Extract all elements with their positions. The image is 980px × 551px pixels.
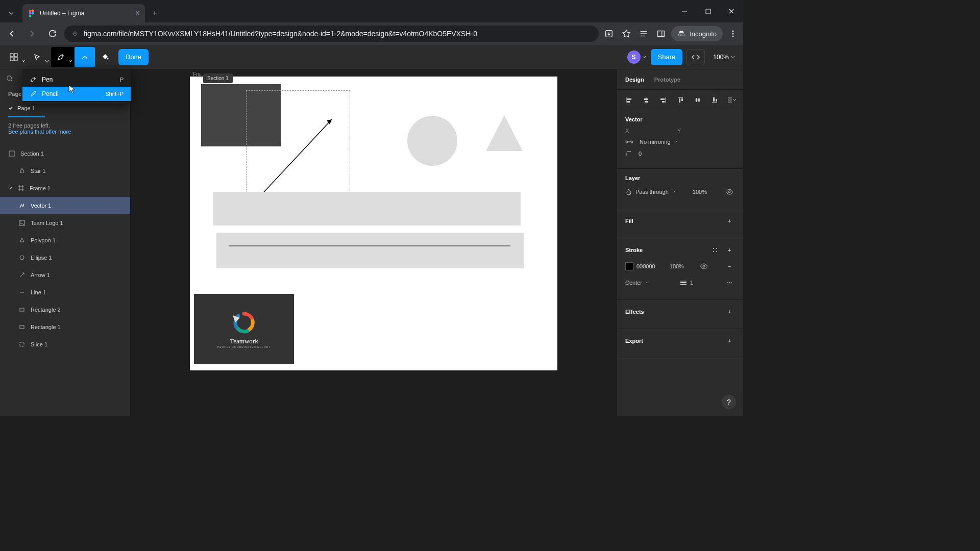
window-close-button[interactable] — [720, 0, 743, 22]
line-icon — [18, 289, 26, 296]
pen-tool-button[interactable] — [51, 47, 75, 67]
help-button[interactable]: ? — [722, 395, 736, 409]
align-vcenter-icon[interactable] — [692, 94, 703, 106]
teamwork-subtext: PEOPLE COORDINATED EFFORT — [217, 345, 271, 348]
zoom-control[interactable]: 100% — [709, 54, 739, 61]
browser-tab[interactable]: Untitled – Figma × — [22, 4, 145, 22]
user-avatar[interactable]: S — [627, 51, 641, 64]
layer-name: Slice 1 — [31, 341, 47, 347]
add-fill-button[interactable]: + — [724, 215, 735, 227]
distribute-icon[interactable] — [726, 94, 737, 106]
align-top-icon[interactable] — [675, 94, 686, 106]
corner-radius-icon — [625, 150, 632, 157]
pencil-tool-item[interactable]: Pencil Shift+P — [22, 87, 131, 101]
team-logo-image[interactable]: Teamwork PEOPLE COORDINATED EFFORT — [194, 294, 294, 364]
pencil-label: Pencil — [42, 90, 59, 97]
align-left-icon[interactable] — [623, 94, 634, 106]
svg-rect-39 — [20, 342, 24, 346]
layer-name: Vector 1 — [31, 203, 51, 209]
minimize-button[interactable] — [673, 0, 696, 22]
add-export-button[interactable]: + — [724, 335, 735, 346]
align-right-icon[interactable] — [657, 94, 669, 106]
blend-value: Pass through — [635, 189, 669, 195]
bend-tool-button[interactable] — [75, 47, 95, 67]
move-tool-button[interactable] — [28, 47, 51, 67]
layer-row[interactable]: Ellipse 1 — [0, 249, 130, 266]
layer-row[interactable]: Team Logo 1 — [0, 214, 130, 232]
polygon-shape[interactable] — [486, 115, 523, 151]
incognito-badge[interactable]: Incognito — [671, 26, 723, 41]
stroke-align-select[interactable]: Center — [625, 280, 649, 286]
see-plans-link[interactable]: See plans that offer more — [8, 129, 71, 135]
pen-icon — [30, 76, 37, 83]
corner-value[interactable]: 0 — [639, 151, 642, 157]
add-effect-button[interactable]: + — [724, 306, 735, 317]
reload-button[interactable] — [44, 25, 61, 42]
pen-tool-item[interactable]: Pen P — [22, 72, 131, 87]
back-button[interactable] — [3, 25, 20, 42]
layer-row[interactable]: Section 1 — [0, 145, 130, 162]
stroke-weight-icon — [680, 280, 687, 285]
search-icon — [6, 75, 13, 82]
done-button[interactable]: Done — [118, 49, 149, 65]
layer-row[interactable]: Vector 1 — [0, 197, 130, 214]
inspector-tabs: Design Prototype — [617, 69, 743, 90]
install-app-icon[interactable] — [602, 27, 616, 41]
layer-row[interactable]: Slice 1 — [0, 336, 130, 353]
layer-row[interactable]: Polygon 1 — [0, 232, 130, 249]
rectangle-2-shape[interactable] — [213, 192, 521, 226]
tab-search-button[interactable] — [2, 4, 20, 22]
forward-button[interactable] — [23, 25, 41, 42]
rectangle-1-shape[interactable] — [216, 233, 524, 268]
remove-stroke-button[interactable]: − — [724, 261, 735, 272]
layer-row[interactable]: Rectangle 1 — [0, 318, 130, 336]
ellipse-shape[interactable] — [407, 116, 457, 166]
svg-point-66 — [728, 191, 730, 193]
stroke-visibility-toggle[interactable] — [698, 261, 709, 272]
mirroring-select[interactable]: No mirroring — [640, 139, 678, 145]
layer-opacity[interactable]: 100% — [693, 189, 707, 195]
address-bar[interactable]: figma.com/file/nMSTY1OKvvXSMLY18HsH41/Un… — [64, 26, 599, 42]
stroke-style-button[interactable] — [709, 244, 721, 256]
maximize-button[interactable] — [696, 0, 720, 22]
mirroring-icon — [625, 139, 633, 144]
align-bottom-icon[interactable] — [709, 94, 720, 106]
chevron-down-icon[interactable] — [642, 55, 647, 60]
layer-section: Layer Pass through 100% — [617, 169, 743, 209]
arrow-shape[interactable] — [256, 115, 338, 200]
layer-row[interactable]: Line 1 — [0, 284, 130, 301]
paint-bucket-button[interactable] — [95, 47, 115, 67]
bookmark-icon[interactable] — [619, 27, 633, 41]
side-panel-icon[interactable] — [654, 27, 668, 41]
add-stroke-button[interactable]: + — [724, 244, 735, 256]
browser-menu-button[interactable] — [726, 27, 740, 41]
stroke-color-swatch[interactable] — [625, 262, 633, 270]
svg-rect-21 — [10, 58, 13, 61]
layer-row[interactable]: Arrow 1 — [0, 266, 130, 284]
incognito-icon — [677, 30, 685, 38]
layer-row[interactable]: Rectangle 2 — [0, 301, 130, 318]
align-hcenter-icon[interactable] — [641, 94, 652, 106]
share-button[interactable]: Share — [651, 49, 683, 65]
export-section: Export + — [617, 329, 743, 358]
tab-design[interactable]: Design — [625, 77, 644, 83]
canvas[interactable]: Fra Section 1 — [131, 69, 617, 416]
visibility-toggle[interactable] — [724, 186, 735, 197]
dev-mode-button[interactable] — [687, 49, 705, 65]
main-menu-button[interactable] — [4, 47, 28, 67]
layer-row[interactable]: Star 1 — [0, 162, 130, 180]
section-badge[interactable]: Section 1 — [203, 73, 233, 83]
stroke-more-button[interactable]: ⋯ — [724, 277, 735, 288]
layer-title: Layer — [625, 175, 735, 181]
reading-list-icon[interactable] — [636, 27, 651, 41]
stroke-weight-value[interactable]: 1 — [690, 280, 693, 286]
layer-row[interactable]: Frame 1 — [0, 180, 130, 197]
tab-close-icon[interactable]: × — [135, 9, 140, 18]
stroke-color-value[interactable]: 000000 — [636, 263, 655, 269]
svg-point-4 — [29, 15, 32, 17]
blend-mode-select[interactable]: Pass through — [625, 188, 676, 195]
stroke-opacity[interactable]: 100% — [670, 263, 684, 269]
check-icon — [8, 106, 13, 111]
new-tab-button[interactable]: + — [145, 4, 165, 22]
tab-prototype[interactable]: Prototype — [654, 77, 680, 83]
